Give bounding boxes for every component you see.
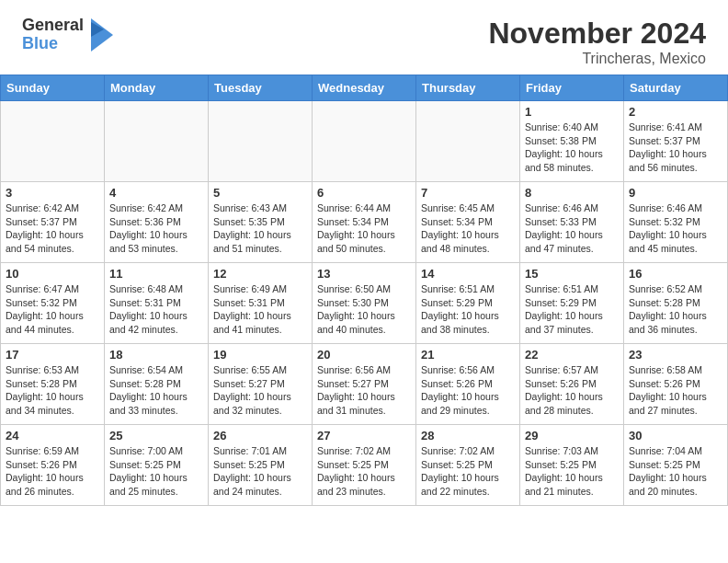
day-info: Sunrise: 6:44 AMSunset: 5:34 PMDaylight:… [317, 201, 411, 256]
calendar-cell: 2Sunrise: 6:41 AMSunset: 5:37 PMDaylight… [624, 101, 728, 182]
day-number: 28 [421, 429, 515, 442]
day-info: Sunrise: 6:59 AMSunset: 5:26 PMDaylight:… [6, 444, 99, 499]
day-info: Sunrise: 7:00 AMSunset: 5:25 PMDaylight:… [109, 444, 203, 499]
calendar-cell: 19Sunrise: 6:55 AMSunset: 5:27 PMDayligh… [209, 344, 313, 425]
svg-marker-0 [91, 18, 113, 52]
day-number: 11 [109, 267, 203, 281]
day-number: 6 [317, 186, 411, 200]
day-number: 19 [213, 348, 307, 362]
day-info: Sunrise: 6:46 AMSunset: 5:33 PMDaylight:… [525, 201, 619, 256]
calendar-cell: 27Sunrise: 7:02 AMSunset: 5:25 PMDayligh… [313, 425, 416, 506]
calendar-cell: 7Sunrise: 6:45 AMSunset: 5:34 PMDaylight… [416, 182, 520, 263]
logo: General Blue [22, 17, 113, 53]
day-number: 30 [629, 429, 722, 442]
title-block: November 2024 Trincheras, Mexico [488, 17, 706, 67]
day-number: 22 [525, 348, 619, 362]
day-info: Sunrise: 6:42 AMSunset: 5:37 PMDaylight:… [6, 201, 99, 256]
calendar-cell: 3Sunrise: 6:42 AMSunset: 5:37 PMDaylight… [1, 182, 105, 263]
day-info: Sunrise: 6:52 AMSunset: 5:28 PMDaylight:… [629, 282, 722, 337]
day-info: Sunrise: 7:02 AMSunset: 5:25 PMDaylight:… [317, 444, 411, 499]
day-number: 26 [213, 429, 307, 442]
calendar-header-row: SundayMondayTuesdayWednesdayThursdayFrid… [1, 75, 728, 101]
day-number: 10 [6, 267, 99, 281]
day-info: Sunrise: 6:42 AMSunset: 5:36 PMDaylight:… [109, 201, 203, 256]
calendar-cell: 18Sunrise: 6:54 AMSunset: 5:28 PMDayligh… [105, 344, 209, 425]
calendar-cell: 17Sunrise: 6:53 AMSunset: 5:28 PMDayligh… [1, 344, 105, 425]
calendar-cell: 29Sunrise: 7:03 AMSunset: 5:25 PMDayligh… [520, 425, 624, 506]
calendar-cell: 5Sunrise: 6:43 AMSunset: 5:35 PMDaylight… [209, 182, 313, 263]
day-number: 20 [317, 348, 411, 362]
day-number: 12 [213, 267, 307, 281]
day-info: Sunrise: 6:40 AMSunset: 5:38 PMDaylight:… [525, 121, 619, 175]
day-number: 9 [629, 186, 722, 200]
day-of-week-monday: Monday [105, 75, 209, 101]
calendar-week-row: 24Sunrise: 6:59 AMSunset: 5:26 PMDayligh… [1, 425, 728, 506]
calendar-cell: 13Sunrise: 6:50 AMSunset: 5:30 PMDayligh… [313, 263, 416, 344]
day-number: 25 [109, 429, 203, 442]
calendar-cell: 1Sunrise: 6:40 AMSunset: 5:38 PMDaylight… [520, 101, 624, 182]
calendar-cell: 12Sunrise: 6:49 AMSunset: 5:31 PMDayligh… [209, 263, 313, 344]
calendar-cell: 20Sunrise: 6:56 AMSunset: 5:27 PMDayligh… [313, 344, 416, 425]
calendar-week-row: 10Sunrise: 6:47 AMSunset: 5:32 PMDayligh… [1, 263, 728, 344]
day-number: 4 [109, 186, 203, 200]
day-info: Sunrise: 6:58 AMSunset: 5:26 PMDaylight:… [629, 363, 722, 418]
day-info: Sunrise: 6:56 AMSunset: 5:26 PMDaylight:… [421, 363, 515, 418]
calendar-week-row: 1Sunrise: 6:40 AMSunset: 5:38 PMDaylight… [1, 101, 728, 182]
day-info: Sunrise: 6:50 AMSunset: 5:30 PMDaylight:… [317, 282, 411, 337]
logo-general: General [22, 17, 84, 35]
day-info: Sunrise: 7:01 AMSunset: 5:25 PMDaylight:… [213, 444, 307, 499]
day-number: 13 [317, 267, 411, 281]
logo-text: General Blue [22, 17, 84, 53]
calendar-cell [313, 101, 416, 182]
day-info: Sunrise: 7:03 AMSunset: 5:25 PMDaylight:… [525, 444, 619, 499]
calendar-cell [105, 101, 209, 182]
logo-icon [87, 18, 113, 52]
day-number: 14 [421, 267, 515, 281]
day-info: Sunrise: 6:48 AMSunset: 5:31 PMDaylight:… [109, 282, 203, 337]
day-info: Sunrise: 6:43 AMSunset: 5:35 PMDaylight:… [213, 201, 307, 256]
day-of-week-saturday: Saturday [624, 75, 728, 101]
day-number: 24 [6, 429, 99, 442]
calendar-cell: 30Sunrise: 7:04 AMSunset: 5:25 PMDayligh… [624, 425, 728, 506]
day-info: Sunrise: 6:49 AMSunset: 5:31 PMDaylight:… [213, 282, 307, 337]
location-title: Trincheras, Mexico [488, 51, 706, 67]
day-info: Sunrise: 6:45 AMSunset: 5:34 PMDaylight:… [421, 201, 515, 256]
calendar-cell: 21Sunrise: 6:56 AMSunset: 5:26 PMDayligh… [416, 344, 520, 425]
day-info: Sunrise: 6:46 AMSunset: 5:32 PMDaylight:… [629, 201, 722, 256]
day-info: Sunrise: 6:54 AMSunset: 5:28 PMDaylight:… [109, 363, 203, 418]
day-info: Sunrise: 7:02 AMSunset: 5:25 PMDaylight:… [421, 444, 515, 499]
page-header: General Blue November 2024 Trincheras, M… [0, 0, 728, 75]
logo-blue: Blue [22, 35, 84, 53]
day-of-week-tuesday: Tuesday [209, 75, 313, 101]
day-info: Sunrise: 6:51 AMSunset: 5:29 PMDaylight:… [525, 282, 619, 337]
day-info: Sunrise: 6:56 AMSunset: 5:27 PMDaylight:… [317, 363, 411, 418]
calendar-cell: 16Sunrise: 6:52 AMSunset: 5:28 PMDayligh… [624, 263, 728, 344]
day-of-week-thursday: Thursday [416, 75, 520, 101]
day-number: 1 [525, 105, 619, 119]
day-info: Sunrise: 6:57 AMSunset: 5:26 PMDaylight:… [525, 363, 619, 418]
calendar-cell: 10Sunrise: 6:47 AMSunset: 5:32 PMDayligh… [1, 263, 105, 344]
day-info: Sunrise: 6:41 AMSunset: 5:37 PMDaylight:… [629, 121, 722, 175]
calendar-cell: 28Sunrise: 7:02 AMSunset: 5:25 PMDayligh… [416, 425, 520, 506]
calendar-cell: 6Sunrise: 6:44 AMSunset: 5:34 PMDaylight… [313, 182, 416, 263]
day-number: 27 [317, 429, 411, 442]
day-info: Sunrise: 6:51 AMSunset: 5:29 PMDaylight:… [421, 282, 515, 337]
calendar-cell: 9Sunrise: 6:46 AMSunset: 5:32 PMDaylight… [624, 182, 728, 263]
day-number: 17 [6, 348, 99, 362]
calendar-cell: 24Sunrise: 6:59 AMSunset: 5:26 PMDayligh… [1, 425, 105, 506]
day-number: 16 [629, 267, 722, 281]
calendar-table: SundayMondayTuesdayWednesdayThursdayFrid… [0, 75, 728, 506]
day-info: Sunrise: 6:47 AMSunset: 5:32 PMDaylight:… [6, 282, 99, 337]
day-number: 15 [525, 267, 619, 281]
day-of-week-wednesday: Wednesday [313, 75, 416, 101]
day-number: 2 [629, 105, 722, 119]
calendar-cell [1, 101, 105, 182]
calendar-week-row: 17Sunrise: 6:53 AMSunset: 5:28 PMDayligh… [1, 344, 728, 425]
calendar-cell: 14Sunrise: 6:51 AMSunset: 5:29 PMDayligh… [416, 263, 520, 344]
day-number: 5 [213, 186, 307, 200]
calendar-cell: 8Sunrise: 6:46 AMSunset: 5:33 PMDaylight… [520, 182, 624, 263]
day-number: 29 [525, 429, 619, 442]
day-info: Sunrise: 7:04 AMSunset: 5:25 PMDaylight:… [629, 444, 722, 499]
calendar-cell: 23Sunrise: 6:58 AMSunset: 5:26 PMDayligh… [624, 344, 728, 425]
day-number: 23 [629, 348, 722, 362]
